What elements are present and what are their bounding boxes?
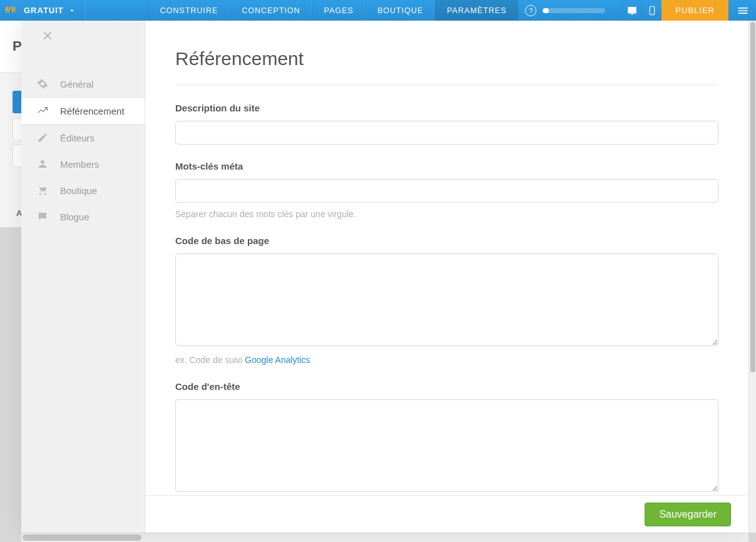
menu-button[interactable] <box>728 0 756 21</box>
main-nav: CONSTRUIRE CONCEPTION PAGES BOUTIQUE PAR… <box>148 0 519 21</box>
cart-icon <box>36 185 49 196</box>
label-header-code: Code d'en-tête <box>175 381 718 392</box>
plan-label: GRATUIT <box>24 6 64 15</box>
weebly-logo[interactable] <box>0 0 20 21</box>
sidebar-item-general[interactable]: Général <box>21 71 145 97</box>
textarea-footer-code[interactable] <box>175 253 718 346</box>
publish-button[interactable]: PUBLIER <box>662 0 728 21</box>
progress-bar[interactable] <box>543 8 605 13</box>
page-title: Référencement <box>175 48 718 85</box>
sidebar-item-label: Boutique <box>60 185 97 196</box>
desktop-preview-button[interactable] <box>621 0 641 21</box>
settings-main: Référencement Description du site Mots-c… <box>145 21 748 533</box>
plan-dropdown[interactable]: GRATUIT <box>20 0 86 21</box>
sidebar-item-boutique[interactable]: Boutique <box>21 177 145 203</box>
sidebar-item-label: Éditeurs <box>60 133 94 143</box>
nav-parametres[interactable]: PARAMÈTRES <box>435 0 518 21</box>
sidebar-item-blogue[interactable]: Blogue <box>21 203 145 230</box>
weebly-logo-icon <box>4 4 16 17</box>
chevron-down-icon <box>68 6 76 15</box>
vertical-scrollbar[interactable] <box>748 21 756 533</box>
textarea-header-code[interactable] <box>175 399 718 492</box>
close-button[interactable] <box>41 29 54 46</box>
hamburger-icon <box>737 4 749 17</box>
gear-icon <box>36 78 49 89</box>
desktop-icon <box>626 5 638 16</box>
field-meta-keywords: Mots-clés méta Séparer chacun des mots c… <box>175 161 718 219</box>
mobile-preview-button[interactable] <box>641 0 662 21</box>
help-area: ? <box>518 0 611 21</box>
label-site-description: Description du site <box>175 103 718 113</box>
nav-conception[interactable]: CONCEPTION <box>230 0 312 21</box>
hint-meta-keywords: Séparer chacun des mots clés par une vir… <box>175 209 718 219</box>
nav-boutique[interactable]: BOUTIQUE <box>365 0 435 21</box>
input-site-description[interactable] <box>175 121 718 145</box>
mobile-icon <box>646 5 658 16</box>
field-site-description: Description du site <box>175 103 718 145</box>
field-footer-code: Code de bas de page ex. Code de suivi Go… <box>175 235 718 365</box>
settings-sidebar: Général Référencement Éditeurs Members B… <box>21 21 145 533</box>
field-header-code: Code d'en-tête <box>175 381 718 494</box>
chat-icon <box>36 211 49 222</box>
pencil-icon <box>36 132 49 143</box>
settings-modal: Général Référencement Éditeurs Members B… <box>21 21 748 533</box>
sidebar-item-referencement[interactable]: Référencement <box>21 97 145 125</box>
save-bar: Sauvegarder <box>145 495 748 533</box>
svg-point-1 <box>651 13 653 14</box>
close-icon <box>41 29 54 42</box>
sidebar-item-label: Référencement <box>60 106 125 116</box>
label-meta-keywords: Mots-clés méta <box>175 161 718 171</box>
trending-icon <box>36 105 49 116</box>
link-google-analytics[interactable]: Google Analytics <box>245 355 310 365</box>
sidebar-item-members[interactable]: Members <box>21 151 145 177</box>
help-icon[interactable]: ? <box>525 5 536 16</box>
hint-footer-code: ex. Code de suivi Google Analytics <box>175 355 718 365</box>
person-icon <box>36 158 49 170</box>
sidebar-item-label: Général <box>60 79 93 89</box>
top-nav-bar: GRATUIT CONSTRUIRE CONCEPTION PAGES BOUT… <box>0 0 756 21</box>
horizontal-scrollbar[interactable] <box>21 533 748 542</box>
save-button[interactable]: Sauvegarder <box>645 503 731 526</box>
sidebar-item-editeurs[interactable]: Éditeurs <box>21 125 145 151</box>
sidebar-item-label: Members <box>60 159 100 170</box>
label-footer-code: Code de bas de page <box>175 235 718 246</box>
nav-construire[interactable]: CONSTRUIRE <box>148 0 230 21</box>
sidebar-item-label: Blogue <box>60 212 89 222</box>
input-meta-keywords[interactable] <box>175 179 718 203</box>
nav-pages[interactable]: PAGES <box>312 0 365 21</box>
